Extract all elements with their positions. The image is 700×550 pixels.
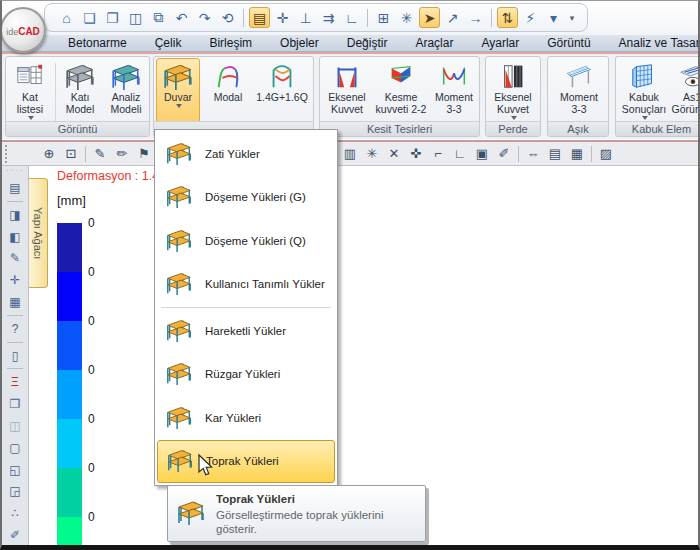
menu-item-döşeme-yükleri-q-[interactable]: Döşeme Yükleri (Q) xyxy=(157,219,335,263)
new-document-icon[interactable]: ❏ xyxy=(79,7,100,28)
region-select-icon[interactable]: ▣ xyxy=(471,144,493,164)
kabuk-sonuclari-button[interactable]: Kabuk Sonuçları xyxy=(618,59,670,121)
asik-moment-button[interactable]: Moment 3-3 xyxy=(554,59,604,121)
flag-note-icon[interactable]: ⚑ xyxy=(133,144,155,164)
grid-display-icon[interactable]: ▦ xyxy=(566,144,588,164)
menu-de-i-tir[interactable]: Değiştir xyxy=(333,36,402,50)
kombinasyon-button[interactable]: 1.4G+1.6Q xyxy=(251,59,313,121)
section-tool-icon[interactable]: Ξ xyxy=(5,372,25,392)
select-pick-icon[interactable]: ✛ xyxy=(5,270,25,290)
image-insert-icon[interactable]: ▨ xyxy=(595,144,617,164)
snap-lock-icon[interactable]: ➤ xyxy=(419,7,440,28)
group-label-kabuk[interactable]: Kabuk Elem xyxy=(616,121,700,136)
dropdown-arrow-icon xyxy=(642,116,648,120)
select-cursor-icon[interactable]: ✛ xyxy=(272,7,293,28)
kombinasyon-label: 1.4G+1.6Q xyxy=(256,92,308,104)
select-remove-icon[interactable]: ◧ xyxy=(5,227,25,247)
app-logo-button[interactable]: ideCAD xyxy=(0,7,46,53)
zoom-extents-icon[interactable]: ⊡ xyxy=(60,144,82,164)
parallel-tool-icon[interactable]: ⇉ xyxy=(318,7,339,28)
menu-item-label: Zati Yükler xyxy=(205,148,260,160)
qat-more-icon[interactable]: ▾ xyxy=(543,7,564,28)
measure-icon[interactable]: ✎ xyxy=(89,144,111,164)
as1-gorunen-button[interactable]: As1 Görünen xyxy=(672,59,700,121)
edit-pen-icon[interactable]: ✐ xyxy=(5,525,25,545)
paste-icon[interactable]: ◫ xyxy=(5,416,25,436)
book-icon[interactable]: ▤ xyxy=(544,144,566,164)
menu-item-kar-yükleri[interactable]: Kar Yükleri xyxy=(157,396,335,440)
query-icon[interactable]: ? xyxy=(5,319,25,339)
report-document-icon[interactable]: ▯ xyxy=(5,346,25,366)
point-array-icon[interactable]: ∴ xyxy=(5,503,25,523)
menu-birle-im[interactable]: Birleşim xyxy=(195,36,266,50)
modal-button[interactable]: Modal xyxy=(206,59,250,121)
copy-icon[interactable]: ❐ xyxy=(5,394,25,414)
qat-overflow-icon[interactable]: ▾ xyxy=(565,7,579,28)
group-label-goruntu[interactable]: Görüntü xyxy=(6,121,149,136)
swap-objects-icon[interactable]: ◲ xyxy=(5,482,25,502)
kati-model-button[interactable]: Katı Model xyxy=(57,59,103,121)
menu--elik[interactable]: Çelik xyxy=(141,36,196,50)
menu-ara-lar[interactable]: Araçlar xyxy=(401,36,467,50)
snap-star-icon[interactable]: ✳ xyxy=(361,144,383,164)
menu-item-toprak-yükleri[interactable]: Toprak Yükleri xyxy=(157,440,335,484)
menu-item-döşeme-yükleri-g-[interactable]: Döşeme Yükleri (G) xyxy=(157,176,335,220)
grid-snap-lock-icon[interactable]: ⊞ xyxy=(373,7,394,28)
chamfer-icon[interactable]: ∟ xyxy=(449,144,471,164)
open-file-icon[interactable]: ❐ xyxy=(102,7,123,28)
properties-panel-icon[interactable]: ▤ xyxy=(5,178,25,198)
panel-grip[interactable]: ···· xyxy=(6,168,25,174)
endpoint-snap-icon[interactable]: ↗ xyxy=(442,7,463,28)
toolbar-separator xyxy=(518,146,519,162)
menu-item-zati-yükler[interactable]: Zati Yükler xyxy=(157,132,335,176)
group-label-asik[interactable]: Aşık xyxy=(548,121,608,136)
menu-analiz-ve-tasar-m[interactable]: Analiz ve Tasarım xyxy=(605,36,700,50)
menu-g-r-nt-[interactable]: Görüntü xyxy=(533,36,604,50)
sidebar-tab-yapi-agaci[interactable]: Yapı Ağacı xyxy=(29,178,48,288)
menu-item-rüzgar-yükleri[interactable]: Rüzgar Yükleri xyxy=(157,353,335,397)
home-icon[interactable]: ⌂ xyxy=(56,7,77,28)
kat-listesi-button[interactable]: Kat listesi xyxy=(8,59,52,121)
select-add-icon[interactable]: ◨ xyxy=(5,205,25,225)
kesme-kuvveti-button[interactable]: Kesme kuvveti 2-2 xyxy=(372,59,430,121)
perde-eksenel-button[interactable]: Eksenel Kuvvet xyxy=(488,59,538,121)
fillet-icon[interactable]: ⌐ xyxy=(427,144,449,164)
analiz-modeli-button[interactable]: Analiz Modeli xyxy=(103,59,149,121)
ortho-tool-icon[interactable]: ∟ xyxy=(341,7,362,28)
quick-analysis-icon[interactable]: ⚡ xyxy=(520,7,541,28)
group-objects-icon[interactable]: ◱ xyxy=(5,460,25,480)
menu-objeler[interactable]: Objeler xyxy=(266,36,333,50)
duvar-button[interactable]: Duvar xyxy=(156,58,200,124)
save-icon[interactable]: ◫ xyxy=(125,7,146,28)
node-snap-lock-icon[interactable]: ✳ xyxy=(396,7,417,28)
delete-node-icon[interactable]: ✕ xyxy=(383,144,405,164)
group-label-perde[interactable]: Perde xyxy=(486,121,540,136)
menu-item-hareketli-yükler[interactable]: Hareketli Yükler xyxy=(157,309,335,353)
select-table-icon[interactable]: ▦ xyxy=(5,292,25,312)
dimension-toggle-icon[interactable]: ⇅ xyxy=(497,7,518,28)
paste-special-icon[interactable]: ▢ xyxy=(5,438,25,458)
nearest-snap-icon[interactable]: → xyxy=(465,7,486,28)
revert-icon[interactable]: ⟲ xyxy=(217,7,238,28)
select-edit-icon[interactable]: ✎ xyxy=(5,248,25,268)
statistics-icon[interactable]: ▥ xyxy=(339,144,361,164)
menu-item-kullan-c-tan-ml-yükler[interactable]: Kullanıcı Tanımlı Yükler xyxy=(157,263,335,307)
eksenel-kuvvet-button[interactable]: Eksenel Kuvvet xyxy=(322,59,372,121)
moment-33-button[interactable]: Moment 3-3 xyxy=(430,59,478,121)
save-all-icon[interactable]: ⧉ xyxy=(148,7,169,28)
group-label-kesit-tesirleri[interactable]: Kesit Tesirleri xyxy=(320,121,479,136)
display-options-icon[interactable]: ▤ xyxy=(249,7,270,28)
moment-33-label: Moment 3-3 xyxy=(435,92,473,116)
perpendicular-tool-icon[interactable]: ⊥ xyxy=(295,7,316,28)
ribbon-group-kesit-tesirleri: Eksenel Kuvvet Kesme kuvveti 2-2 Moment … xyxy=(319,56,480,137)
zoom-window-icon[interactable]: ⊕ xyxy=(38,144,60,164)
undo-icon[interactable]: ↶ xyxy=(171,7,192,28)
redo-icon[interactable]: ↷ xyxy=(194,7,215,28)
toolbar-grip[interactable] xyxy=(5,145,11,163)
snap-point-icon[interactable]: ✜ xyxy=(405,144,427,164)
probe-icon[interactable]: ✏ xyxy=(111,144,133,164)
stretch-icon[interactable]: ⇔ xyxy=(522,144,544,164)
menu-betonarme[interactable]: Betonarme xyxy=(54,36,141,50)
menu-ayarlar[interactable]: Ayarlar xyxy=(467,36,533,50)
magic-wand-icon[interactable]: ✐ xyxy=(493,144,515,164)
